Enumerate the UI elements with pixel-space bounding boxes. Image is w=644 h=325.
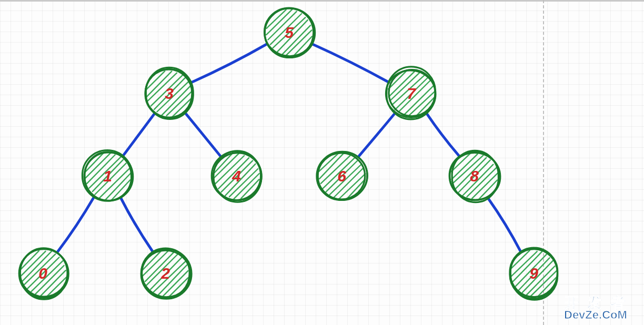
svg-line-66 [24,254,55,285]
svg-line-40 [221,160,253,192]
svg-line-88 [531,271,557,296]
svg-line-7 [286,30,311,55]
svg-line-43 [234,174,259,199]
svg-line-75 [146,255,178,286]
svg-line-13 [154,77,186,109]
svg-line-79 [163,271,188,297]
svg-line-50 [329,164,361,195]
tree-node [510,248,558,300]
svg-line-14 [157,82,188,111]
svg-line-1 [266,9,292,35]
svg-line-59 [462,165,493,196]
tree-node [141,248,192,299]
svg-line-85 [519,258,549,290]
svg-line-28 [85,153,111,179]
tree-edge [192,44,267,82]
svg-line-10 [147,72,172,97]
svg-line-86 [522,260,553,292]
tree-node [449,150,500,202]
svg-line-77 [154,261,186,292]
svg-line-5 [277,20,308,52]
svg-line-22 [395,77,428,110]
tree-edge [123,114,155,156]
tree-edge [488,198,521,252]
watermark-line2: DevZe.CoM [564,309,633,321]
svg-line-76 [150,258,182,290]
svg-line-37 [214,153,239,178]
tree-edge [121,198,153,251]
svg-line-34 [106,174,130,200]
svg-line-68 [31,261,63,291]
svg-line-41 [225,164,256,196]
tree-node [82,150,133,201]
svg-line-70 [41,270,66,296]
svg-line-49 [326,160,358,192]
edges-layer [57,44,521,252]
tree-svg [0,0,644,325]
tree-edge [358,113,395,157]
tree-node [265,8,315,57]
svg-line-61 [472,173,498,199]
nodes-layer [19,8,557,300]
watermark: 开发者 DevZe.CoM [564,296,633,321]
tree-node [317,151,367,200]
tree-edge [57,197,94,252]
diagram-canvas: 5371468029 开发者 DevZe.CoM [0,0,644,325]
tree-edge [312,44,389,82]
svg-line-21 [392,75,425,105]
svg-line-46 [319,153,344,179]
tree-edge [185,113,220,157]
svg-line-39 [218,158,249,189]
tree-node [386,67,436,119]
svg-line-48 [323,158,355,189]
svg-line-25 [408,92,435,116]
tree-node [19,248,68,299]
svg-line-64 [21,251,45,276]
svg-line-73 [143,250,169,276]
svg-line-58 [458,160,490,192]
svg-line-67 [27,257,59,289]
svg-line-16 [167,90,193,116]
tree-edge [427,114,459,156]
svg-line-4 [273,17,306,48]
tree-node [145,67,193,119]
tree-node [212,151,261,202]
svg-line-52 [339,174,365,198]
